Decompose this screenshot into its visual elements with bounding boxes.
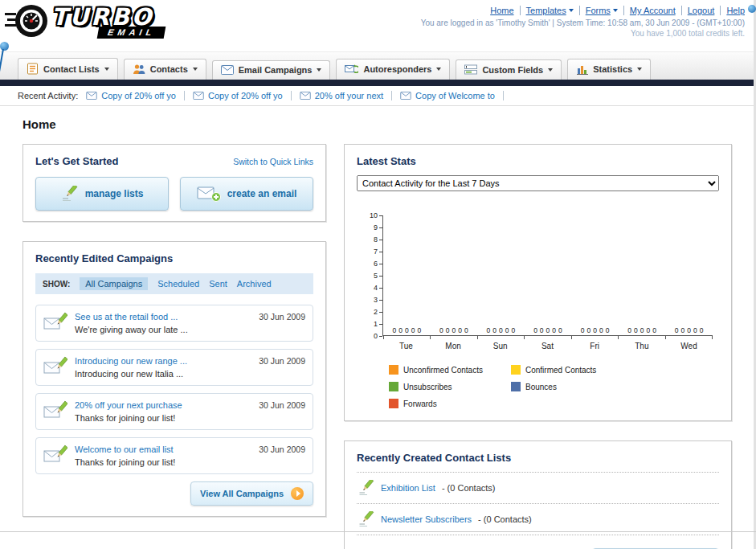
view-all-campaigns-label: View All Campaigns — [200, 489, 284, 498]
campaign-subtitle: Thanks for joining our list! — [75, 457, 251, 467]
edit-campaign-icon — [43, 445, 67, 465]
campaign-filters: SHOW: All Campaigns Scheduled Sent Archi… — [35, 273, 313, 294]
app-logo: TURBO EMAIL — [5, 3, 165, 40]
tab-statistics[interactable]: Statistics — [567, 59, 651, 80]
view-all-campaigns-button[interactable]: View All Campaigns — [190, 481, 313, 506]
login-info: You are logged in as 'Timothy Smith' | S… — [421, 18, 745, 27]
chart-value-groups: 00000000000000000000000000000000000 — [383, 326, 713, 334]
chart-day-label: Wed — [673, 342, 705, 350]
nav-accent-bar — [0, 80, 756, 86]
email-campaigns-icon — [221, 65, 234, 75]
edit-campaign-icon — [43, 356, 67, 377]
chart-day-label: Tue — [390, 342, 422, 350]
main-content: Home Let's Get Started Switch to Quick L… — [0, 106, 756, 549]
chart-value-group: 00000 — [392, 326, 421, 334]
campaign-date: 30 Jun 2009 — [259, 312, 305, 322]
chevron-down-icon — [104, 68, 109, 71]
chart-day-labels: TueMonSunSatFriThuWed — [382, 342, 713, 350]
campaign-list-item: See us at the retail food ... We're givi… — [35, 305, 313, 342]
header-right: Home Templates Forms My Account Logout H… — [421, 3, 745, 38]
nav-help-link[interactable]: Help — [726, 6, 745, 15]
legend-swatch-icon — [389, 365, 398, 375]
campaign-title-link[interactable]: 20% off your next purchase — [75, 400, 251, 410]
edit-campaign-icon — [43, 400, 67, 421]
legend-swatch-icon — [389, 399, 398, 408]
new-email-icon — [197, 185, 221, 203]
chart-value-group: 00000 — [581, 326, 610, 334]
statistics-icon — [576, 64, 588, 75]
filter-archived[interactable]: Archived — [237, 279, 272, 289]
chart-y-axis: 109876543210 — [360, 211, 382, 340]
chevron-down-icon — [317, 68, 321, 72]
recent-activity-item[interactable]: 20% off your next — [300, 91, 392, 100]
chevron-down-icon — [569, 9, 574, 12]
stats-activity-select[interactable]: Contact Activity for the Last 7 Days — [357, 175, 719, 191]
logo-subtitle: EMAIL — [97, 27, 166, 39]
chart-plot-area: 00000000000000000000000000000000000 — [382, 215, 713, 336]
nav-my-account-link[interactable]: My Account — [630, 6, 676, 15]
contact-list-link[interactable]: Exhibition List — [381, 483, 435, 493]
campaign-title-link[interactable]: Introducing our new range ... — [75, 356, 251, 366]
tab-email-campaigns[interactable]: Email Campaigns — [212, 60, 331, 80]
legend-item: Forwards — [389, 399, 511, 408]
speedometer-icon — [5, 3, 50, 40]
page-bottom-rule — [0, 531, 756, 532]
campaign-date: 30 Jun 2009 — [259, 356, 305, 366]
recent-activity-item-label: Copy of Welcome to — [415, 91, 495, 100]
contact-list-item: Exhibition List - (0 Contacts) — [357, 472, 719, 504]
edit-list-icon — [358, 511, 374, 527]
recent-activity-item[interactable]: Copy of 20% off yo — [193, 91, 292, 100]
tab-contact-lists[interactable]: Contact Lists — [18, 58, 118, 80]
email-icon — [300, 92, 311, 100]
manage-lists-label: manage lists — [85, 188, 144, 199]
nav-templates-link[interactable]: Templates — [526, 6, 566, 15]
tab-contacts[interactable]: Contacts — [124, 59, 206, 80]
campaign-title-link[interactable]: Welcome to our email list — [75, 445, 251, 454]
email-icon — [86, 92, 97, 100]
chevron-down-icon — [436, 68, 441, 71]
nav-logout-link[interactable]: Logout — [688, 6, 715, 15]
chart-value-group: 00000 — [627, 326, 656, 334]
page-title: Home — [22, 117, 732, 131]
manage-lists-button[interactable]: manage lists — [35, 177, 169, 211]
campaign-title-link[interactable]: See us at the retail food ... — [75, 312, 251, 322]
campaign-list-item: 20% off your next purchase Thanks for jo… — [35, 393, 313, 430]
tab-autoresponders[interactable]: Autoresponders — [336, 59, 450, 80]
filter-all-campaigns[interactable]: All Campaigns — [80, 277, 148, 290]
tab-custom-fields[interactable]: Custom Fields — [456, 59, 562, 80]
get-started-title: Let's Get Started — [35, 155, 119, 167]
tab-label: Email Campaigns — [239, 65, 313, 75]
credits-info: You have 1,000 total credits left. — [421, 29, 745, 38]
chevron-down-icon — [613, 9, 618, 12]
campaign-subtitle: Thanks for joining our list! — [75, 413, 251, 423]
contact-list-count: - (0 Contacts) — [478, 514, 532, 524]
filter-scheduled[interactable]: Scheduled — [157, 279, 199, 289]
legend-item: Bounces — [511, 382, 633, 391]
recent-activity-item-label: Copy of 20% off yo — [208, 91, 283, 100]
recent-activity-item-label: Copy of 20% off yo — [101, 91, 176, 100]
nav-forms-link[interactable]: Forms — [586, 6, 611, 15]
tab-label: Statistics — [593, 64, 632, 74]
recent-campaigns-panel: Recently Edited Campaigns SHOW: All Camp… — [22, 241, 326, 517]
recent-activity-item[interactable]: Copy of 20% off yo — [86, 91, 185, 100]
campaign-list-item: Introducing our new range ... Introducin… — [35, 349, 313, 386]
campaign-subtitle: We're giving away our late ... — [75, 325, 251, 334]
legend-swatch-icon — [389, 382, 398, 391]
legend-swatch-icon — [511, 365, 521, 375]
filter-sent[interactable]: Sent — [209, 279, 227, 289]
chart-value-group: 00000 — [439, 326, 468, 334]
switch-quick-links-link[interactable]: Switch to Quick Links — [233, 157, 313, 166]
show-label: SHOW: — [43, 280, 70, 289]
recent-activity-item[interactable]: Copy of Welcome to — [400, 91, 504, 100]
chart-day-label: Sun — [484, 342, 517, 350]
logo-title: TURBO — [51, 5, 165, 29]
chevron-down-icon — [637, 68, 642, 71]
recent-campaigns-title: Recently Edited Campaigns — [35, 252, 173, 264]
create-email-label: create an email — [227, 188, 297, 199]
create-email-button[interactable]: create an email — [180, 177, 313, 211]
contact-lists-icon — [27, 63, 39, 75]
nav-home-link[interactable]: Home — [490, 6, 513, 15]
contact-list-link[interactable]: Newsletter Subscribers — [381, 514, 472, 524]
edit-campaign-icon — [43, 312, 67, 333]
header: TURBO EMAIL Home Templates Forms My Acco… — [0, 0, 756, 51]
